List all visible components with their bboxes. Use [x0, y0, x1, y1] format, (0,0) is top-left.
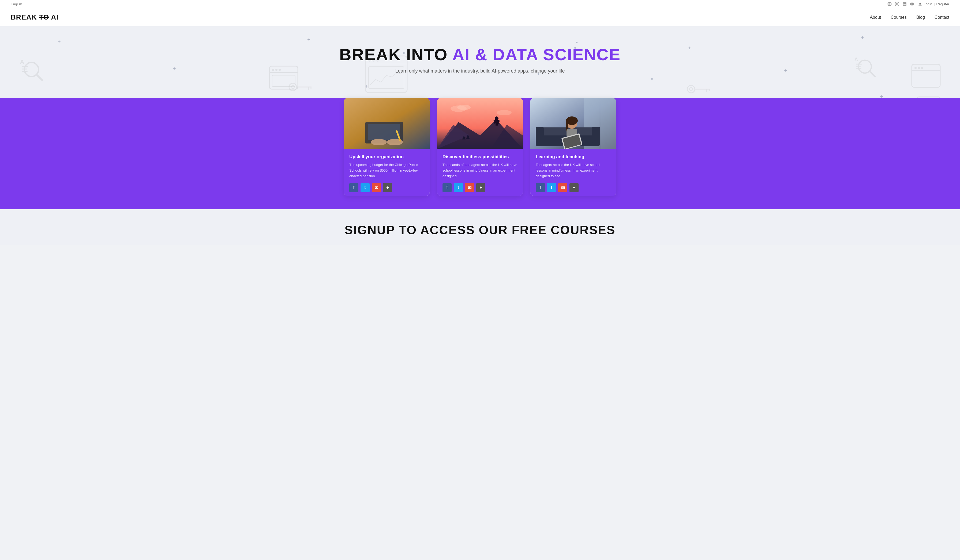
svg-point-36: [291, 85, 294, 89]
signup-title: SIGNUP TO ACCESS OUR FREE COURSES: [11, 223, 949, 237]
svg-point-35: [289, 83, 296, 91]
card-image-3: [530, 98, 616, 149]
logo-break: BREAK: [11, 13, 39, 21]
nav-item-courses[interactable]: Courses: [891, 15, 907, 20]
card-desc-1: The upcoming budget for the Chicago Publ…: [349, 162, 424, 179]
share-facebook-2[interactable]: f: [443, 183, 451, 192]
user-icon: [918, 2, 922, 6]
instagram-icon[interactable]: [894, 2, 899, 6]
svg-point-46: [690, 88, 693, 91]
navbar: BREAK TO AI About Courses Blog Contact: [0, 8, 960, 26]
card-image-1: [344, 98, 430, 149]
share-email-1[interactable]: ✉: [372, 183, 381, 192]
deco-key-right: [686, 83, 710, 96]
nav-link-about[interactable]: About: [870, 15, 881, 19]
card-image-2: [437, 98, 523, 149]
signup-section: SIGNUP TO ACCESS OUR FREE COURSES: [0, 209, 960, 245]
share-more-1[interactable]: +: [383, 183, 392, 192]
hero-title: BREAK INTO AI & DATA SCIENCE: [11, 45, 949, 64]
card-desc-2: Thousands of teenagers across the UK wil…: [443, 162, 517, 179]
nav-link-contact[interactable]: Contact: [934, 15, 949, 19]
hero-title-black: BREAK INTO: [339, 45, 448, 64]
svg-point-58: [371, 139, 387, 145]
share-facebook-1[interactable]: f: [349, 183, 358, 192]
topbar-right: Login | Register: [887, 2, 949, 6]
topbar: English Login | Register: [0, 0, 960, 8]
card-title-2: Discover limitless possibilities: [443, 154, 517, 160]
youtube-icon[interactable]: [910, 2, 914, 6]
card-body-3: Learning and teaching Teenagers across t…: [530, 149, 616, 196]
share-email-3[interactable]: ✉: [558, 183, 567, 192]
auth-links: Login | Register: [918, 2, 949, 6]
nav-item-contact[interactable]: Contact: [934, 15, 949, 20]
share-more-3[interactable]: +: [570, 183, 579, 192]
hero-title-accent: AI & DATA SCIENCE: [452, 45, 621, 64]
auth-separator: |: [934, 2, 934, 6]
share-facebook-3[interactable]: f: [536, 183, 545, 192]
svg-rect-80: [536, 127, 544, 143]
deco-dot-4: [651, 78, 653, 80]
pinterest-icon[interactable]: [887, 2, 892, 6]
svg-point-73: [457, 105, 470, 110]
share-email-2[interactable]: ✉: [465, 183, 474, 192]
hero-content: BREAK INTO AI & DATA SCIENCE Learn only …: [11, 45, 949, 74]
svg-point-68: [495, 116, 499, 120]
site-logo[interactable]: BREAK TO AI: [11, 13, 59, 21]
nav-item-about[interactable]: About: [870, 15, 881, 20]
card-share-2: f t ✉ +: [443, 183, 517, 192]
cards-row: Upskill your organization The upcoming b…: [319, 98, 641, 196]
share-more-2[interactable]: +: [476, 183, 485, 192]
nav-link-blog[interactable]: Blog: [916, 15, 925, 19]
svg-point-74: [497, 110, 512, 115]
svg-rect-81: [592, 127, 600, 143]
svg-point-45: [687, 85, 695, 93]
social-icons: [887, 2, 914, 6]
card-3: Learning and teaching Teenagers across t…: [530, 98, 616, 196]
card-body-1: Upskill your organization The upcoming b…: [344, 149, 430, 196]
card-share-1: f t ✉ +: [349, 183, 424, 192]
login-link[interactable]: Login: [923, 2, 932, 6]
svg-rect-57: [368, 124, 400, 140]
nav-links: About Courses Blog Contact: [870, 15, 949, 20]
share-twitter-2[interactable]: t: [454, 183, 463, 192]
register-link[interactable]: Register: [936, 2, 949, 6]
deco-plus-7: +: [861, 35, 864, 41]
deco-dot-6: [576, 42, 578, 43]
nav-link-courses[interactable]: Courses: [891, 15, 907, 19]
card-title-1: Upskill your organization: [349, 154, 424, 160]
purple-section: Upskill your organization The upcoming b…: [0, 98, 960, 209]
card-img-svg-1: [344, 98, 430, 149]
card-title-3: Learning and teaching: [536, 154, 611, 160]
deco-plus-3: +: [307, 37, 310, 43]
logo-to: TO: [39, 13, 49, 21]
logo-ai: AI: [49, 13, 58, 21]
linkedin-icon[interactable]: [902, 2, 907, 6]
card-img-svg-3: [530, 98, 616, 149]
card-desc-3: Teenagers across the UK will have school…: [536, 162, 611, 179]
share-twitter-3[interactable]: t: [547, 183, 556, 192]
deco-key-left: [288, 80, 312, 94]
card-body-2: Discover limitless possibilities Thousan…: [437, 149, 523, 196]
card-1: Upskill your organization The upcoming b…: [344, 98, 430, 196]
card-share-3: f t ✉ +: [536, 183, 611, 192]
language-selector[interactable]: English: [11, 2, 22, 6]
deco-plus-1: +: [58, 39, 61, 45]
share-twitter-1[interactable]: t: [360, 183, 370, 192]
hero-subtitle: Learn only what matters in the industry,…: [11, 68, 949, 74]
svg-line-1: [37, 75, 42, 81]
nav-item-blog[interactable]: Blog: [916, 15, 925, 20]
card-2: Discover limitless possibilities Thousan…: [437, 98, 523, 196]
card-img-svg-2: [437, 98, 523, 149]
